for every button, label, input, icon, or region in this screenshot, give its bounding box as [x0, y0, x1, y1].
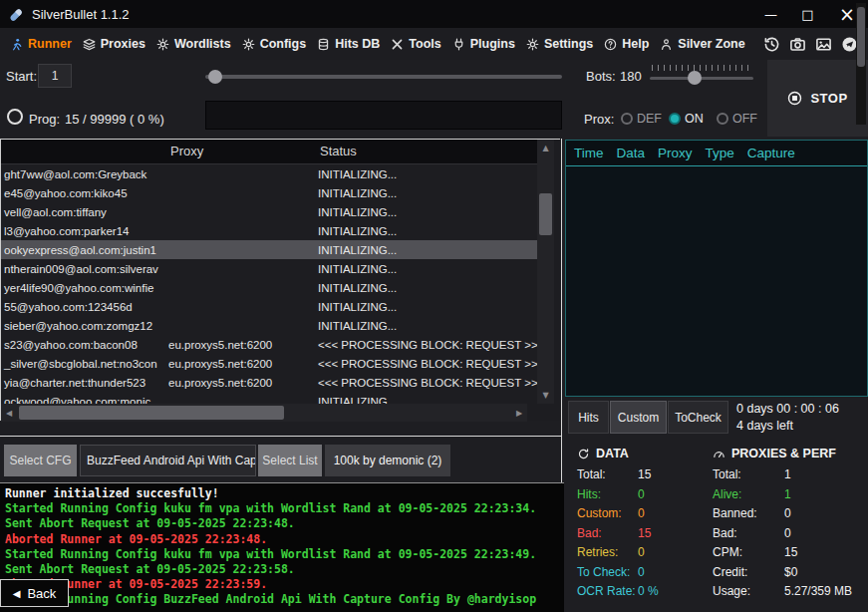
start-slider-track[interactable]: [205, 75, 562, 79]
bots-slider-thumb[interactable]: [688, 71, 702, 85]
data-stats-header: DATA: [577, 447, 709, 460]
stop-button[interactable]: STOP: [767, 60, 868, 137]
grid-row[interactable]: 55@yahoo.com:123456d INITIALIZING...: [1, 297, 537, 316]
nav-item-configs[interactable]: Configs: [242, 37, 307, 51]
scroll-right-icon[interactable]: ▶: [511, 404, 527, 422]
stat-row: CPM: 15: [713, 543, 864, 563]
results-header: Time Data Proxy Type Capture: [566, 141, 867, 166]
grid-row[interactable]: ntherain009@aol.com:silverav INITIALIZIN…: [1, 259, 537, 278]
nav-item-proxies[interactable]: Proxies: [83, 37, 145, 51]
scroll-down-icon[interactable]: ▼: [537, 388, 554, 403]
prox-radio-on[interactable]: ON: [669, 112, 704, 126]
history-icon[interactable]: [763, 36, 780, 53]
status-cell: <<< PROCESSING BLOCK: REQUEST >>: [318, 358, 537, 370]
stop-icon: [787, 91, 802, 106]
tab-custom[interactable]: Custom: [610, 401, 667, 434]
grid-row[interactable]: s23@yahoo.com:bacon08 eu.proxys5.net:620…: [1, 335, 537, 354]
tab-hits[interactable]: Hits: [568, 401, 609, 434]
grid-row[interactable]: sieber@yahoo.com:zomgz12 INITIALIZING...: [1, 316, 537, 335]
prox-radio-off[interactable]: OFF: [717, 112, 757, 126]
grid-row[interactable]: l3@yahoo.com:parker14 INITIALIZING...: [1, 221, 537, 240]
combo-grid-body: ght7ww@aol.com:Greyback INITIALIZING... …: [1, 164, 537, 404]
nav-item-hits-db[interactable]: Hits DB: [317, 37, 380, 51]
results-col-data: Data: [617, 146, 646, 160]
nav-item-tools[interactable]: Tools: [391, 37, 440, 51]
grid-row[interactable]: ght7ww@aol.com:Greyback INITIALIZING...: [1, 164, 537, 183]
prog-label: Prog:: [29, 112, 60, 127]
stat-row: Banned: 0: [713, 504, 864, 524]
stat-label: Total:: [713, 465, 784, 485]
wordlists-icon: [156, 38, 169, 51]
vertical-scrollbar-thumb[interactable]: [539, 193, 552, 235]
grid-row[interactable]: yer4life90@yahoo.com:winfie INITIALIZING…: [1, 278, 537, 297]
nav-bar: Runner Proxies Wordlists Configs Hits DB…: [0, 28, 868, 60]
nav-label-tools: Tools: [409, 37, 440, 51]
select-cfg-button[interactable]: Select CFG: [4, 445, 77, 476]
start-slider-thumb[interactable]: [208, 70, 222, 84]
nav-item-wordlists[interactable]: Wordlists: [156, 37, 231, 51]
timer-remaining: 4 days left: [736, 418, 839, 435]
combo-cell: yia@charter.net:thunder523: [1, 377, 168, 389]
nav-item-plugins[interactable]: Plugins: [452, 37, 515, 51]
horizontal-scrollbar-thumb[interactable]: [19, 406, 284, 420]
combo-cell: yer4life90@yahoo.com:winfie: [1, 282, 168, 294]
combo-cell: 55@yahoo.com:123456d: [1, 301, 168, 313]
grid-row[interactable]: vell@aol.com:tiffany INITIALIZING...: [1, 202, 537, 221]
nav-item-help[interactable]: Help: [604, 37, 649, 51]
stat-label: OCR Rate:: [577, 582, 638, 602]
nav-label-proxies: Proxies: [101, 37, 145, 51]
proxies-perf-header: PROXIES & PERF: [713, 447, 864, 460]
grid-horizontal-scrollbar[interactable]: ◀ ▶: [1, 404, 527, 422]
prox-radio-def[interactable]: DEF: [621, 112, 662, 126]
nav-right-icons: [763, 36, 858, 53]
start-input[interactable]: [38, 64, 72, 88]
stat-label: Bad:: [577, 524, 638, 544]
back-button[interactable]: ◀ Back: [0, 579, 69, 607]
combo-cell: ockwood@yahoo.com:monic: [1, 396, 168, 405]
scroll-left-icon[interactable]: ◀: [1, 404, 17, 422]
panel-divider-horizontal: [0, 436, 562, 437]
hits-db-icon: [317, 38, 330, 51]
select-list-button[interactable]: Select List: [258, 445, 322, 476]
screenshot-icon[interactable]: [815, 36, 832, 53]
stat-row: To Check: 0: [577, 563, 709, 583]
proxies-perf-rows: Total: 1 Alive: 1 Banned: 0 Bad:: [713, 465, 864, 602]
nav-item-silver-zone[interactable]: Silver Zone: [660, 37, 744, 51]
grid-row[interactable]: e45@yahoo.com:kiko45 INITIALIZING...: [1, 183, 537, 202]
log-scrollbar-thumb[interactable]: [857, 7, 865, 67]
maximize-button[interactable]: □: [789, 0, 826, 28]
combo-grid-header: Proxy Status: [1, 140, 537, 164]
stat-label: Bad:: [713, 524, 784, 544]
stat-label: Hits:: [577, 485, 638, 505]
grid-row[interactable]: yia@charter.net:thunder523 eu.proxys5.ne…: [1, 373, 537, 392]
grid-row[interactable]: _silver@sbcglobal.net:no3con eu.proxys5.…: [1, 354, 537, 373]
nav-item-runner[interactable]: Runner: [10, 37, 72, 51]
scroll-up-icon[interactable]: ▲: [537, 141, 554, 155]
minimize-button[interactable]: —: [752, 0, 789, 28]
stat-row: OCR Rate: 0 %: [577, 582, 709, 602]
nav-item-settings[interactable]: Settings: [526, 37, 593, 51]
results-col-proxy: Proxy: [658, 146, 693, 160]
log-scrollbar[interactable]: [856, 3, 866, 125]
config-name-button[interactable]: BuzzFeed Android Api With Cap: [80, 445, 256, 476]
bots-slider-track[interactable]: [650, 77, 753, 80]
status-cell: INITIALIZING...: [318, 263, 537, 275]
start-slider[interactable]: [205, 70, 562, 84]
stat-row: Custom: 0: [577, 504, 709, 524]
tab-tocheck[interactable]: ToCheck: [668, 401, 728, 434]
grid-vertical-scrollbar[interactable]: ▲ ▼: [537, 140, 554, 404]
back-label: Back: [27, 586, 56, 601]
stat-row: Total: 15: [577, 465, 709, 485]
combo-cell: ookyexpress@aol.com:justin1: [1, 244, 168, 256]
data-sync-icon: [577, 448, 590, 460]
prox-label: Prox:: [584, 112, 614, 127]
camera-icon[interactable]: [789, 36, 806, 53]
grid-row[interactable]: ookyexpress@aol.com:justin1 INITIALIZING…: [1, 240, 537, 259]
grid-row[interactable]: ockwood@yahoo.com:monic INITIALIZING...: [1, 392, 537, 404]
results-body: [566, 167, 867, 396]
stat-value: 0 %: [638, 582, 659, 602]
stat-row: Hits: 0: [577, 485, 709, 505]
combo-cell: l3@yahoo.com:parker14: [1, 225, 168, 237]
bots-slider[interactable]: [650, 63, 753, 90]
status-cell: INITIALIZING...: [318, 244, 537, 256]
